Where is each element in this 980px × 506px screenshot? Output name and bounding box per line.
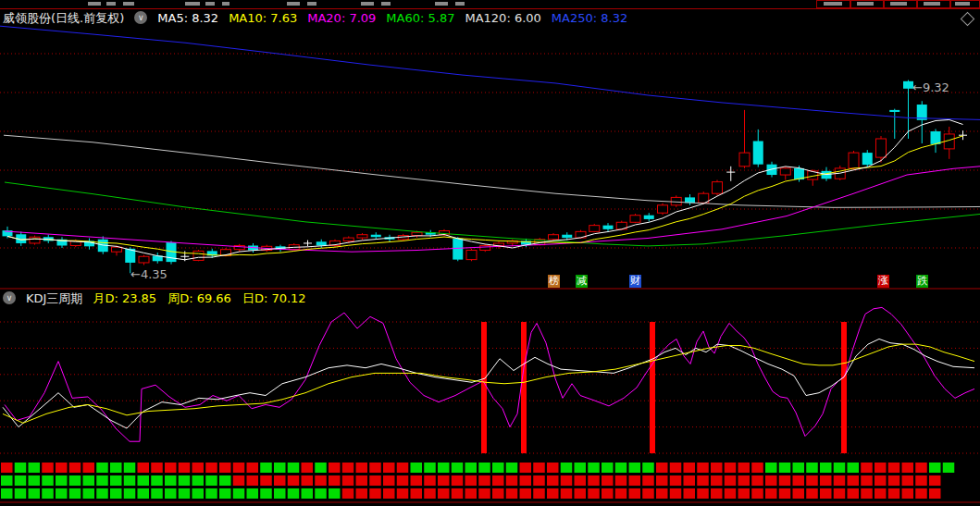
signal-cell [588, 463, 600, 473]
chevron-down-icon[interactable]: ∨ [3, 291, 16, 304]
signal-cell [902, 463, 914, 473]
signal-cell [342, 463, 354, 473]
signal-cell [793, 463, 805, 473]
signal-cell [929, 475, 941, 486]
signal-cell [725, 475, 737, 486]
signal-cell [943, 488, 955, 499]
signal-cell [602, 463, 614, 473]
signal-cell [602, 488, 614, 499]
signal-cell [56, 463, 68, 473]
signal-cell [179, 463, 191, 473]
signal-cell [478, 475, 490, 486]
signal-cell [15, 463, 27, 473]
main-chart-header: 威领股份(日线.前复权) ∨ MA5: 8.32MA10: 7.63MA20: … [0, 9, 980, 26]
signal-cell [397, 488, 409, 499]
signal-cell [684, 488, 696, 499]
signal-cell [151, 463, 163, 473]
signal-cell [110, 475, 122, 486]
event-badge-减[interactable]: 减 [576, 275, 588, 288]
ma-label-MA60: MA60: 5.87 [386, 11, 454, 25]
signal-cell [219, 475, 231, 486]
signal-cell [424, 488, 436, 499]
chart-canvas[interactable]: ←4.35←9.32 [0, 0, 980, 506]
signal-cell [29, 475, 41, 486]
signal-cell [779, 475, 791, 486]
signal-cell [588, 488, 600, 499]
signal-cell [738, 463, 751, 473]
event-badge-涨[interactable]: 涨 [877, 275, 889, 288]
ma-label-MA250: MA250: 8.32 [552, 11, 627, 25]
signal-cell [670, 488, 682, 499]
signal-cell [547, 463, 559, 473]
signal-cell [670, 463, 682, 473]
signal-cell [96, 463, 108, 473]
kdj-signal-bar [650, 322, 655, 453]
signal-cell [533, 488, 545, 499]
signal-cell [438, 475, 450, 486]
signal-cell [165, 475, 177, 486]
signal-cell [83, 463, 95, 473]
event-badge-跌[interactable]: 跌 [916, 275, 928, 288]
signal-cell [533, 463, 545, 473]
signal-cell [738, 475, 751, 486]
signal-cell [547, 475, 559, 486]
signal-cell [848, 488, 860, 499]
signal-cell [642, 463, 654, 473]
signal-cell [424, 475, 436, 486]
signal-cell [670, 475, 682, 486]
signal-cell [615, 463, 627, 473]
signal-cell [902, 488, 914, 499]
chevron-down-icon[interactable]: ∨ [134, 11, 147, 24]
signal-cell [834, 475, 846, 486]
signal-cell [179, 488, 191, 499]
signal-cell [383, 475, 395, 486]
signal-cell [465, 488, 478, 499]
signal-cell [302, 463, 314, 473]
event-badge-榜[interactable]: 榜 [548, 275, 560, 288]
ma-label-MA10: MA10: 7.63 [229, 11, 297, 25]
signal-cell [615, 475, 627, 486]
stock-chart-window: 威领股份(日线.前复权) ∨ MA5: 8.32MA10: 7.63MA20: … [0, 0, 980, 506]
signal-cell [329, 488, 341, 499]
kdj-signal-bar [481, 322, 487, 453]
signal-cell [642, 475, 654, 486]
signal-cell [915, 463, 927, 473]
signal-cell [547, 488, 559, 499]
signal-cell [834, 488, 846, 499]
signal-cell [411, 475, 423, 486]
signal-cell [492, 488, 504, 499]
ma-label-MA5: MA5: 8.32 [157, 11, 218, 25]
signal-cell [902, 475, 914, 486]
signal-cell [219, 463, 231, 473]
signal-cell [192, 463, 205, 473]
signal-cell [793, 488, 805, 499]
signal-cell [247, 463, 259, 473]
signal-cell [411, 488, 423, 499]
signal-cell [629, 488, 641, 499]
signal-cell [274, 463, 286, 473]
signal-cell [465, 463, 478, 473]
kdj-value-周D: 周D: 69.66 [167, 291, 231, 305]
signal-cell [83, 475, 95, 486]
event-badge-财[interactable]: 财 [629, 275, 641, 288]
signal-cell [533, 475, 545, 486]
signal-cell [875, 475, 887, 486]
signal-cell [888, 463, 900, 473]
signal-cell [138, 488, 150, 499]
signal-cell [478, 488, 490, 499]
signal-cell [124, 463, 136, 473]
signal-cell [888, 475, 900, 486]
signal-cell [302, 488, 314, 499]
price-annotation: ←4.35 [130, 267, 167, 281]
signal-cell [205, 475, 217, 486]
signal-cell [751, 488, 763, 499]
signal-cell [602, 475, 614, 486]
signal-cell [356, 463, 368, 473]
signal-cell [233, 475, 245, 486]
signal-cell [765, 488, 777, 499]
signal-cell [151, 488, 163, 499]
kdj-value-月D: 月D: 23.85 [93, 291, 156, 305]
signal-cell [233, 488, 245, 499]
signal-cell [356, 488, 368, 499]
signal-cell [438, 488, 450, 499]
